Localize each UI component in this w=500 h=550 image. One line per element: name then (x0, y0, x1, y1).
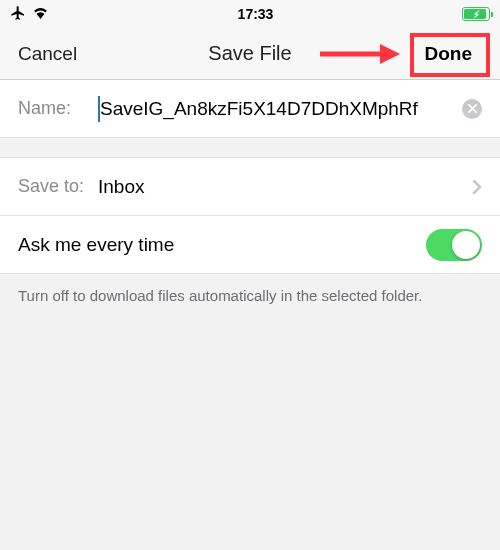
name-input[interactable] (100, 98, 456, 120)
name-row[interactable]: Name: (0, 80, 500, 138)
save-to-value: Inbox (98, 176, 472, 198)
battery-icon: ⚡︎ (462, 7, 490, 21)
save-to-row[interactable]: Save to: Inbox (0, 158, 500, 216)
ask-every-time-row: Ask me every time (0, 216, 500, 274)
cancel-button[interactable]: Cancel (18, 43, 77, 65)
name-label: Name: (18, 98, 98, 119)
content: Name: Save to: Inbox Ask me every time T… (0, 80, 500, 318)
annotation-arrow (320, 44, 400, 64)
chevron-right-icon (472, 173, 482, 201)
page-title: Save File (208, 42, 291, 65)
wifi-icon (32, 6, 49, 22)
svg-marker-1 (380, 44, 400, 64)
footer-help-text: Turn off to download files automatically… (0, 274, 500, 318)
nav-bar: Cancel Save File Done (0, 28, 500, 80)
clear-icon[interactable] (462, 99, 482, 119)
ask-every-time-label: Ask me every time (18, 234, 174, 256)
airplane-icon (10, 5, 26, 24)
status-right: ⚡︎ (462, 7, 490, 21)
status-bar: 17:33 ⚡︎ (0, 0, 500, 28)
section-gap (0, 138, 500, 158)
ask-every-time-toggle[interactable] (426, 229, 482, 261)
status-left (10, 5, 49, 24)
status-time: 17:33 (238, 6, 274, 22)
done-button[interactable]: Done (415, 37, 483, 71)
toggle-knob (452, 231, 480, 259)
save-to-label: Save to: (18, 176, 98, 197)
